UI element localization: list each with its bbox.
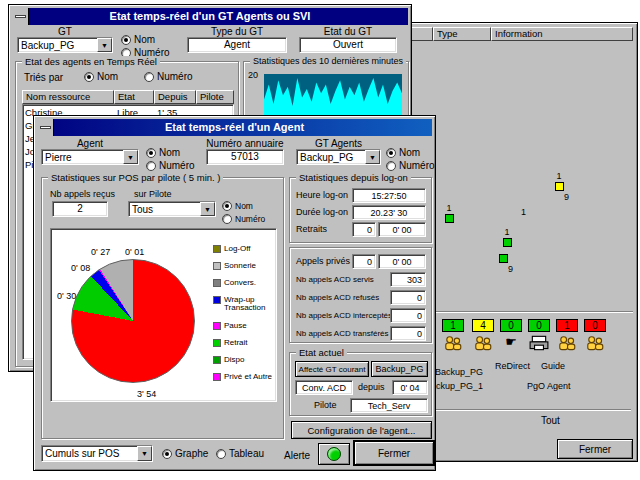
alerte-label: Alerte xyxy=(284,450,310,461)
gt-window-title: Etat temps-réel d'un GT Agents ou SVI xyxy=(110,10,311,22)
duree-logon-value: 20.23' 30 xyxy=(352,205,426,220)
agents-icon[interactable] xyxy=(556,335,578,353)
configuration-button[interactable]: Configuration de l'agent... xyxy=(291,421,432,439)
radio-label: Graphe xyxy=(175,448,208,459)
chevron-down-icon[interactable]: ▼ xyxy=(137,446,152,461)
queue-count-box[interactable]: 1 xyxy=(556,319,578,332)
legend-label: Privé et Autre xyxy=(224,373,272,381)
sur-pilote-combobox[interactable]: Tous ▼ xyxy=(128,201,216,217)
chevron-down-icon[interactable]: ▼ xyxy=(123,150,138,164)
chevron-down-icon[interactable]: ▼ xyxy=(200,202,215,216)
radio-label: Nom xyxy=(159,147,180,158)
alert-panel xyxy=(318,443,350,465)
agent-nom-radio[interactable]: Nom xyxy=(146,147,180,158)
affecte-gt-value-button[interactable]: Backup_PG xyxy=(371,361,428,377)
radio-label: Nom xyxy=(235,201,253,211)
column-header-information[interactable]: Information xyxy=(491,27,633,41)
queue-count-box[interactable]: 4 xyxy=(472,319,494,332)
acd-interceptes-label: Nb appels ACD interceptés xyxy=(296,311,392,320)
tri-numero-radio[interactable]: Numéro xyxy=(144,71,193,82)
agents-group-title: Etat des agents en Temps Réel xyxy=(22,56,160,67)
numero-annuaire-value[interactable]: 57013 xyxy=(206,149,284,165)
affecte-gt-button[interactable]: Affecté GT courant xyxy=(295,361,369,377)
pilote-nom-radio[interactable]: Nom xyxy=(222,201,253,211)
agent-window-titlebar[interactable]: Etat temps-réel d'un Agent xyxy=(37,119,432,136)
chevron-down-icon[interactable]: ▼ xyxy=(97,38,112,52)
depuis-label: depuis xyxy=(358,382,385,392)
state-square-icon xyxy=(445,214,454,223)
legend-item: Privé et Autre xyxy=(213,373,275,381)
heure-logon-label: Heure log-on xyxy=(296,190,348,200)
sur-pilote-value: Tous xyxy=(132,203,199,215)
legend-label: Retrait xyxy=(224,339,248,347)
queue-count-box[interactable]: 0 xyxy=(584,319,606,332)
state-marker[interactable]: 1 xyxy=(439,203,459,224)
heure-logon-value: 15:27:50 xyxy=(352,188,426,203)
pie-chart xyxy=(71,259,195,383)
logon-stats-group: Statistiques depuis log-on Heure log-on … xyxy=(289,177,432,243)
fermer-button[interactable]: Fermer xyxy=(354,441,434,465)
stats-group-title: Statistiques des 10 dernières minutes xyxy=(250,56,406,67)
printer-icon[interactable] xyxy=(528,335,550,353)
gtagents-numero-radio[interactable]: Numéro xyxy=(386,160,435,171)
fermer-button[interactable]: Fermer xyxy=(557,439,633,459)
col-depuis[interactable]: Depuis xyxy=(154,90,196,104)
pilote-value: Tech_Serv xyxy=(350,398,428,413)
cumuls-combobox[interactable]: Cumuls sur POS ▼ xyxy=(41,445,153,462)
graphe-radio[interactable]: Graphe xyxy=(162,448,208,459)
legend-item: Sonnerie xyxy=(213,262,275,270)
state-marker[interactable]: 9 xyxy=(493,253,513,274)
legend-label: Log-Off xyxy=(224,245,251,253)
legend-item: Dispo xyxy=(213,356,275,364)
legend-swatch xyxy=(213,322,221,330)
pie-chart-panel: 0' 27 0' 01 0' 08 0' 30 3' 54 Log-Off So… xyxy=(50,228,277,402)
logon-group-title: Statistiques depuis log-on xyxy=(296,172,411,183)
gt-window-titlebar[interactable]: Etat temps-réel d'un GT Agents ou SVI xyxy=(12,8,408,25)
chevron-down-icon[interactable]: ▼ xyxy=(365,150,380,164)
pilote-numero-radio[interactable]: Numéro xyxy=(222,214,265,224)
state-square-icon xyxy=(499,254,508,263)
legend-swatch xyxy=(213,339,221,347)
system-menu-icon[interactable] xyxy=(37,119,54,136)
system-menu-icon[interactable] xyxy=(12,8,29,25)
state-marker[interactable]: 1 xyxy=(497,227,517,248)
acd-transferes-value: 0 xyxy=(390,326,426,341)
column-header-type[interactable]: Type xyxy=(433,27,491,41)
col-pilote[interactable]: Pilote xyxy=(196,90,234,104)
acd-refuses-value: 0 xyxy=(390,290,426,305)
state-marker[interactable]: 1 9 xyxy=(549,171,569,202)
appels-prives-count: 0 xyxy=(352,254,376,269)
legend-label: Convers. xyxy=(224,279,256,287)
tableau-radio[interactable]: Tableau xyxy=(216,448,264,459)
state-square-icon xyxy=(555,182,564,191)
pos-stats-group: Statistiques sur POS par pilote ( 5 min.… xyxy=(41,177,284,439)
tri-nom-radio[interactable]: Nom xyxy=(84,71,118,82)
radio-label: Nom xyxy=(97,71,118,82)
group-label: ReDirect xyxy=(495,361,530,371)
pie-value-label: 0' 08 xyxy=(71,263,90,273)
gtagents-nom-radio[interactable]: Nom xyxy=(386,147,420,158)
legend-swatch xyxy=(213,373,221,381)
redirect-hand-icon[interactable]: ☛ xyxy=(500,334,522,352)
gt-agents-combobox[interactable]: Backup_PG ▼ xyxy=(296,149,381,165)
agent-combobox[interactable]: Pierre ▼ xyxy=(41,149,139,165)
queue-count-box[interactable]: 0 xyxy=(528,319,550,332)
type-du-gt-value: Agent xyxy=(187,37,287,53)
gt-nom-radio[interactable]: Nom xyxy=(121,34,155,45)
appels-prives-duration: 0' 00 xyxy=(378,254,426,269)
col-etat[interactable]: Etat xyxy=(114,90,154,104)
agent-numero-radio[interactable]: Numéro xyxy=(146,160,195,171)
pie-value-label: 3' 54 xyxy=(137,389,156,399)
agents-icon[interactable] xyxy=(584,335,606,353)
col-nom-ressource[interactable]: Nom ressource xyxy=(22,90,114,104)
gt-combobox[interactable]: Backup_PG ▼ xyxy=(17,37,113,53)
radio-label: Nom xyxy=(134,34,155,45)
queue-count-box[interactable]: 1 xyxy=(442,319,464,332)
queue-count-box[interactable]: 0 xyxy=(500,319,522,332)
agents-icon[interactable] xyxy=(472,335,494,353)
numero-annuaire-label: Numéro annuaire xyxy=(198,138,292,149)
legend-swatch xyxy=(213,262,221,270)
agents-icon[interactable] xyxy=(442,335,464,353)
agent-combobox-value: Pierre xyxy=(45,151,122,163)
agent-window-title: Etat temps-réel d'un Agent xyxy=(165,121,304,133)
